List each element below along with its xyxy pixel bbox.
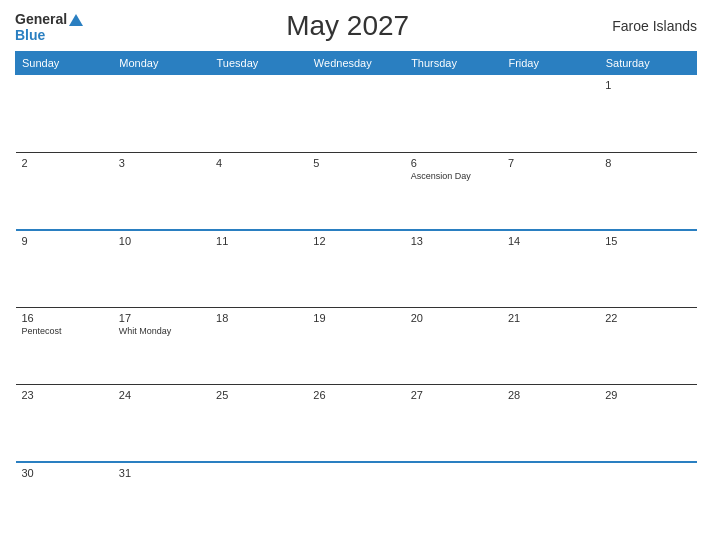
calendar-cell: 9 (16, 230, 113, 308)
calendar-cell: 2 (16, 152, 113, 230)
week-row-1: 23456Ascension Day78 (16, 152, 697, 230)
calendar-cell: 16Pentecost (16, 307, 113, 385)
calendar-cell (210, 462, 307, 540)
day-number: 2 (22, 157, 107, 169)
calendar-cell (307, 74, 404, 152)
calendar-cell: 11 (210, 230, 307, 308)
day-number: 16 (22, 312, 107, 324)
calendar-cell: 24 (113, 385, 210, 463)
calendar-cell (599, 462, 696, 540)
day-number: 12 (313, 235, 398, 247)
day-number: 5 (313, 157, 398, 169)
day-number: 8 (605, 157, 690, 169)
calendar-cell: 30 (16, 462, 113, 540)
day-number: 29 (605, 389, 690, 401)
day-number: 20 (411, 312, 496, 324)
weekday-row: SundayMondayTuesdayWednesdayThursdayFrid… (16, 51, 697, 74)
week-row-0: 1 (16, 74, 697, 152)
calendar-cell: 18 (210, 307, 307, 385)
calendar-cell: 19 (307, 307, 404, 385)
calendar-cell (405, 462, 502, 540)
logo-triangle-icon (69, 14, 83, 26)
weekday-header-monday: Monday (113, 51, 210, 74)
region-label: Faroe Islands (612, 18, 697, 34)
holiday-label: Pentecost (22, 326, 107, 336)
day-number: 19 (313, 312, 398, 324)
holiday-label: Whit Monday (119, 326, 204, 336)
day-number: 10 (119, 235, 204, 247)
calendar-cell: 14 (502, 230, 599, 308)
logo-general-text: General (15, 10, 83, 28)
calendar-cell: 29 (599, 385, 696, 463)
day-number: 24 (119, 389, 204, 401)
day-number: 17 (119, 312, 204, 324)
week-row-2: 9101112131415 (16, 230, 697, 308)
weekday-header-sunday: Sunday (16, 51, 113, 74)
day-number: 11 (216, 235, 301, 247)
day-number: 30 (22, 467, 107, 479)
calendar-cell: 8 (599, 152, 696, 230)
day-number: 28 (508, 389, 593, 401)
logo-blue-text: Blue (15, 28, 83, 43)
day-number: 23 (22, 389, 107, 401)
weekday-header-friday: Friday (502, 51, 599, 74)
calendar-cell: 28 (502, 385, 599, 463)
day-number: 15 (605, 235, 690, 247)
day-number: 25 (216, 389, 301, 401)
calendar-cell: 31 (113, 462, 210, 540)
holiday-label: Ascension Day (411, 171, 496, 181)
calendar-cell: 13 (405, 230, 502, 308)
weekday-header-saturday: Saturday (599, 51, 696, 74)
day-number: 1 (605, 79, 690, 91)
calendar-cell (405, 74, 502, 152)
day-number: 31 (119, 467, 204, 479)
calendar-body: 123456Ascension Day78910111213141516Pent… (16, 74, 697, 540)
day-number: 18 (216, 312, 301, 324)
day-number: 3 (119, 157, 204, 169)
calendar-cell: 15 (599, 230, 696, 308)
calendar-cell: 4 (210, 152, 307, 230)
calendar-cell: 3 (113, 152, 210, 230)
week-row-4: 23242526272829 (16, 385, 697, 463)
calendar-table: SundayMondayTuesdayWednesdayThursdayFrid… (15, 51, 697, 540)
weekday-header-wednesday: Wednesday (307, 51, 404, 74)
day-number: 21 (508, 312, 593, 324)
calendar-cell: 10 (113, 230, 210, 308)
day-number: 26 (313, 389, 398, 401)
day-number: 27 (411, 389, 496, 401)
weekday-header-thursday: Thursday (405, 51, 502, 74)
calendar-cell: 20 (405, 307, 502, 385)
calendar-header: General Blue May 2027 Faroe Islands (15, 10, 697, 43)
day-number: 22 (605, 312, 690, 324)
calendar-header-row: SundayMondayTuesdayWednesdayThursdayFrid… (16, 51, 697, 74)
calendar-cell: 26 (307, 385, 404, 463)
calendar-title: May 2027 (286, 10, 409, 42)
calendar-cell (210, 74, 307, 152)
calendar-cell: 17Whit Monday (113, 307, 210, 385)
calendar-cell: 5 (307, 152, 404, 230)
calendar-cell: 12 (307, 230, 404, 308)
day-number: 7 (508, 157, 593, 169)
calendar-cell (113, 74, 210, 152)
calendar-cell: 21 (502, 307, 599, 385)
calendar-cell (307, 462, 404, 540)
calendar-cell: 22 (599, 307, 696, 385)
day-number: 13 (411, 235, 496, 247)
day-number: 4 (216, 157, 301, 169)
day-number: 9 (22, 235, 107, 247)
calendar-cell: 25 (210, 385, 307, 463)
calendar-cell (502, 74, 599, 152)
calendar-cell: 6Ascension Day (405, 152, 502, 230)
day-number: 14 (508, 235, 593, 247)
calendar-cell: 27 (405, 385, 502, 463)
week-row-5: 3031 (16, 462, 697, 540)
calendar-cell: 7 (502, 152, 599, 230)
calendar-cell (16, 74, 113, 152)
calendar-cell: 1 (599, 74, 696, 152)
calendar-cell (502, 462, 599, 540)
calendar-cell: 23 (16, 385, 113, 463)
weekday-header-tuesday: Tuesday (210, 51, 307, 74)
day-number: 6 (411, 157, 496, 169)
week-row-3: 16Pentecost17Whit Monday1819202122 (16, 307, 697, 385)
logo: General Blue (15, 10, 83, 43)
